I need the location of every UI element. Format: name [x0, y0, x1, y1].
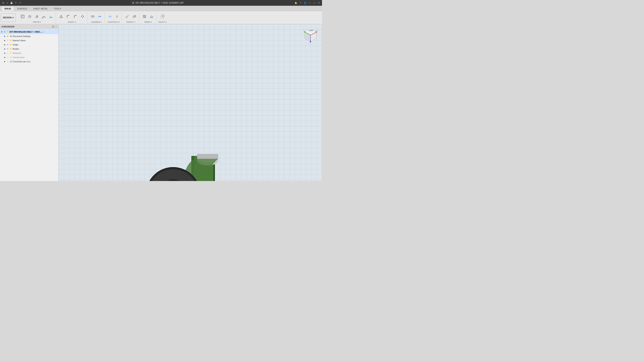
doc-settings-label: Document Settings: [13, 35, 30, 37]
measure-icon[interactable]: [124, 13, 131, 20]
rigid-group-icon[interactable]: [96, 13, 103, 20]
svg-rect-25: [150, 17, 153, 18]
plane-icon[interactable]: [106, 13, 114, 20]
joint-icon[interactable]: [89, 13, 96, 20]
sketches-type-icon: 📁: [9, 51, 13, 55]
select-icon[interactable]: [158, 13, 167, 20]
origin-vis-icon[interactable]: 👁: [6, 43, 9, 46]
axis-icon[interactable]: [114, 13, 120, 20]
construction-vis-icon[interactable]: 👁: [6, 56, 9, 59]
app-menu-icon[interactable]: ≡: [6, 1, 9, 4]
create-label[interactable]: CREATE▾: [33, 21, 41, 23]
file-icon: ⚙: [132, 1, 134, 4]
chamfer-icon[interactable]: [72, 13, 79, 20]
decal-icon[interactable]: [148, 13, 155, 20]
browser-item-sketches[interactable]: ▶ 👁 📁 Sketches: [0, 51, 58, 55]
workspace-tabs: SOLID SURFACE SHEET METAL TOOLS: [0, 6, 322, 11]
modify-label[interactable]: MODIFY▾: [68, 21, 76, 23]
cocacola-arrow[interactable]: ▶: [4, 60, 6, 63]
inspect-label[interactable]: INSPECT▾: [126, 21, 135, 23]
extrude-icon[interactable]: [26, 13, 33, 20]
construction-arrow[interactable]: ▶: [4, 56, 6, 59]
press-pull-icon[interactable]: [58, 13, 65, 20]
cocacola-vis-icon[interactable]: 👁: [6, 60, 9, 63]
browser-header: ◀ BROWSER ⊟ ⋮: [0, 24, 58, 29]
svg-line-19: [127, 16, 128, 17]
tab-sheet-metal[interactable]: SHEET METAL: [30, 6, 51, 11]
select-label[interactable]: SELECT▾: [158, 21, 166, 23]
insert-label[interactable]: INSERT▾: [144, 21, 152, 23]
browser-item-construction[interactable]: ▶ 👁 📁 Construction: [0, 55, 58, 59]
cocacola-type-icon: 🔗: [9, 60, 13, 63]
svg-line-20: [127, 17, 127, 17]
root-active-icon: ●: [42, 31, 44, 33]
assemble-label[interactable]: ASSEMBLE▾: [91, 21, 102, 23]
doc-settings-arrow[interactable]: ▶: [4, 35, 6, 37]
undo-icon[interactable]: ↶: [14, 1, 17, 4]
browser-item-doc-settings[interactable]: ▶ 👁 ⚙ Document Settings: [0, 34, 58, 38]
sketches-vis-icon[interactable]: 👁: [6, 51, 9, 55]
close-icon[interactable]: ×: [318, 1, 320, 4]
fillet-icon[interactable]: [65, 13, 72, 20]
select-group: SELECT▾: [157, 12, 168, 23]
user-icon[interactable]: 👤: [304, 1, 307, 4]
browser-item-cocacola[interactable]: ▶ 👁 🔗 CocaCola can v1:1: [0, 59, 58, 64]
viewport[interactable]: LEFT X Y Z: [58, 24, 322, 181]
browser-item-origin[interactable]: ▶ 👁 📁 Origin: [0, 42, 58, 47]
move-icon[interactable]: [79, 13, 86, 20]
browser-expand-icon[interactable]: ⊟: [52, 25, 54, 28]
save-icon[interactable]: 💾: [10, 1, 13, 4]
view-cube[interactable]: LEFT X Y Z: [303, 28, 318, 43]
named-views-vis-icon[interactable]: 👁: [6, 39, 9, 42]
browser-item-named-views[interactable]: ▶ 👁 📁 Named Views: [0, 38, 58, 42]
svg-point-27: [162, 16, 163, 17]
browser-panel: ◀ BROWSER ⊟ ⋮ ▼ 👁 📁 DIY BRUSHLESS BELT +…: [0, 24, 58, 181]
svg-text:Z: Z: [310, 42, 311, 43]
new-component-icon[interactable]: [19, 13, 26, 20]
named-views-arrow[interactable]: ▶: [4, 39, 6, 42]
sketches-arrow[interactable]: ▶: [4, 52, 6, 54]
browser-title: BROWSER: [4, 25, 14, 28]
apps-grid-icon[interactable]: ⊞: [2, 1, 4, 4]
browser-item-root[interactable]: ▼ 👁 📁 DIY BRUSHLESS BELT + DISC... ●: [0, 29, 58, 34]
cocacola-label: CocaCola can v1:1: [13, 60, 30, 63]
tab-solid[interactable]: SOLID: [1, 6, 14, 11]
redo-icon[interactable]: ↷: [18, 1, 22, 4]
sketches-label: Sketches: [13, 52, 21, 54]
origin-label: Origin: [13, 43, 18, 46]
3d-model: [58, 24, 322, 181]
browser-collapse-icon[interactable]: ◀: [1, 25, 3, 28]
browser-settings-icon[interactable]: ⋮: [55, 25, 57, 28]
origin-arrow[interactable]: ▶: [4, 43, 6, 46]
sander-model-svg: [121, 131, 260, 181]
named-views-type-icon: 📁: [9, 39, 13, 42]
insert-mesh-icon[interactable]: [141, 13, 148, 20]
tab-surface[interactable]: SURFACE: [14, 6, 30, 11]
sweep-icon[interactable]: [40, 13, 48, 20]
bodies-arrow[interactable]: ▶: [4, 47, 6, 50]
bodies-vis-icon[interactable]: 👁: [6, 47, 9, 50]
svg-rect-14: [100, 16, 101, 17]
doc-settings-vis-icon[interactable]: 👁: [6, 35, 9, 38]
modify-group: MODIFY▾: [56, 12, 87, 23]
help-icon[interactable]: ?: [299, 1, 302, 4]
pattern-icon[interactable]: [48, 13, 54, 20]
root-vis-icon[interactable]: 👁: [3, 30, 6, 33]
bodies-type-icon: 📁: [9, 47, 13, 51]
title-text: DIY BRUSHLESS BELT + DISC SANDER v49*: [136, 1, 184, 4]
origin-type-icon: 📁: [9, 43, 13, 46]
title-bar: ⊞ ≡ 💾 ↶ ↷ ⚙ DIY BRUSHLESS BELT + DISC SA…: [0, 0, 322, 6]
browser-item-bodies[interactable]: ▶ 👁 📁 Bodies: [0, 47, 58, 51]
construct-label[interactable]: CONSTRUCT▾: [108, 21, 120, 23]
svg-point-7: [52, 17, 52, 18]
root-label: DIY BRUSHLESS BELT + DISC...: [10, 31, 42, 33]
minimize-icon[interactable]: ─: [308, 1, 311, 4]
tab-tools[interactable]: TOOLS: [51, 6, 64, 11]
notification-icon[interactable]: 🔔: [294, 1, 298, 4]
maximize-icon[interactable]: □: [313, 1, 316, 4]
design-menu-button[interactable]: DESIGN ▾: [1, 13, 16, 22]
revolve-icon[interactable]: [34, 13, 40, 20]
interference-icon[interactable]: [131, 13, 138, 20]
root-expand-arrow[interactable]: ▼: [0, 30, 3, 33]
doc-settings-type-icon: ⚙: [9, 34, 13, 38]
